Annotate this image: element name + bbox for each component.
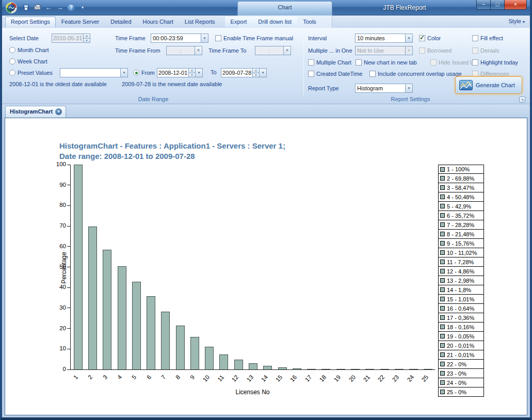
legend-label: 7 - 28,28% — [447, 222, 474, 228]
to-date-spinner[interactable]: ▲ ▼ — [253, 68, 260, 77]
bar-25 — [424, 369, 432, 369]
spin-down-icon[interactable]: ▼ — [84, 39, 90, 43]
spin-up-icon[interactable]: ▲ — [84, 34, 90, 39]
time-frame-combo[interactable]: 00:00-23:59 ▾ — [151, 34, 208, 43]
generate-chart-button[interactable]: Generate Chart — [455, 76, 522, 94]
ribbon-tab-list-reports[interactable]: List Reports — [179, 17, 221, 27]
newest-date-note: 2009-07-28 is the newest date available — [122, 81, 222, 87]
spin-down-icon[interactable]: ▼ — [189, 73, 196, 78]
checkbox-box — [419, 35, 425, 41]
y-tick-label: 10 — [50, 345, 66, 351]
checkbox-created-datetime[interactable]: Created DateTime — [308, 70, 362, 77]
minimize-button[interactable]: − — [476, 0, 491, 10]
legend-swatch-icon — [440, 241, 445, 246]
bar-4 — [118, 266, 126, 369]
spin-up-icon[interactable]: ▲ — [253, 68, 260, 73]
calendar-dropdown-icon[interactable]: ▾ — [260, 68, 267, 77]
dropdown-icon[interactable]: ▾ — [405, 34, 413, 43]
legend-item: 1 - 100% — [438, 165, 484, 174]
ribbon-tab-report-settings[interactable]: Report Settings — [5, 17, 56, 27]
dialog-launcher-icon[interactable]: ↘ — [519, 96, 525, 103]
report-type-combo[interactable]: Histogram ▾ — [355, 84, 413, 93]
legend-item: 23 - 0% — [438, 369, 484, 378]
from-date-value: 2008-12-01 — [157, 68, 189, 77]
ribbon-tab-hours-chart[interactable]: Hours Chart — [137, 17, 179, 27]
clear-icon[interactable]: × — [284, 46, 291, 55]
oldest-date-note: 2008-12-01 is the oldest date available — [9, 81, 107, 87]
style-button[interactable]: Style ▾ — [508, 18, 525, 24]
legend-item: 11 - 7,28% — [438, 257, 484, 267]
from-date-spinner[interactable]: ▲ ▼ — [189, 68, 196, 77]
ribbon-tab-drill-down-list[interactable]: Drill down list — [252, 17, 297, 27]
close-button[interactable]: × — [505, 0, 527, 10]
print-button[interactable] — [32, 3, 42, 12]
time-frame-from-field: : × — [166, 46, 202, 55]
time-frame-to-field: : × — [255, 46, 291, 55]
maximize-button[interactable]: □ — [491, 0, 505, 10]
y-tick-label: 100 — [50, 161, 66, 167]
help-button[interactable]: ? — [66, 3, 76, 12]
ribbon-tab-export[interactable]: Export — [225, 17, 253, 27]
bar-24 — [409, 369, 418, 369]
legend-label: 22 - 0% — [447, 361, 466, 367]
checkbox-box — [472, 35, 478, 41]
checkbox-label: Include concurrent overlap usage — [378, 71, 462, 77]
checkbox-label: Borrowed — [427, 47, 452, 54]
radio-month-chart[interactable]: Month Chart — [9, 46, 49, 54]
radio-from[interactable]: From — [133, 69, 155, 76]
save-button[interactable] — [21, 3, 31, 12]
ribbon-tab-feature-server[interactable]: Feature Server — [56, 17, 105, 27]
minimize-icon: − — [482, 1, 485, 7]
checkbox-highlight-today[interactable]: Highlight today — [472, 59, 518, 66]
app-logo-icon[interactable] — [6, 2, 17, 13]
checkbox-box — [419, 47, 425, 54]
dropdown-icon[interactable]: ▾ — [120, 68, 128, 77]
tab-close-icon[interactable]: × — [55, 108, 62, 115]
bar-22 — [380, 369, 389, 369]
qat-customize-button[interactable]: ▾ — [77, 3, 88, 12]
dropdown-icon: ▾ — [405, 46, 413, 55]
bar-21 — [365, 369, 374, 369]
dropdown-icon[interactable]: ▾ — [405, 84, 413, 93]
ribbon-tab-detailed[interactable]: Detailed — [105, 17, 137, 27]
clear-icon[interactable]: × — [195, 46, 202, 55]
legend-label: 14 - 1,8% — [447, 287, 471, 293]
radio-week-chart[interactable]: Week Chart — [9, 58, 47, 65]
back-icon: ← — [45, 4, 52, 11]
to-date-picker[interactable]: 2009-07-28 ▲ ▼ ▾ — [221, 68, 267, 77]
spin-down-icon[interactable]: ▼ — [253, 73, 260, 78]
app-window: ← → ? ▾ Chart JTB FlexReport − □ × Style… — [0, 0, 532, 420]
preset-values-combo[interactable]: ▾ — [60, 68, 128, 77]
radio-label: Month Chart — [18, 47, 49, 53]
ribbon-tab-tools[interactable]: Tools — [297, 17, 322, 27]
checkbox-new-chart-new-tab[interactable]: New chart in new tab — [356, 59, 417, 66]
checkbox-include-concurrent-overlap[interactable]: Include concurrent overlap usage — [369, 70, 462, 77]
checkbox-label: Hide Issued Lic — [439, 59, 477, 66]
print-icon — [34, 6, 41, 10]
checkbox-enable-time-frame[interactable]: Enable Time Frame manual — [215, 35, 293, 42]
y-tick-label: 40 — [50, 284, 66, 290]
legend-label: 3 - 58,47% — [447, 185, 474, 191]
bar-5 — [132, 282, 141, 369]
interval-combo[interactable]: 10 minutes ▾ — [355, 34, 413, 43]
checkbox-fill-effect[interactable]: Fill effect — [472, 35, 503, 42]
checkbox-color[interactable]: Color — [419, 35, 441, 42]
x-tick-label: 20 — [342, 374, 357, 390]
calendar-dropdown-icon[interactable]: ▾ — [196, 68, 203, 77]
close-icon: × — [514, 1, 517, 7]
contextual-tab-group-chart[interactable]: Chart — [237, 1, 332, 15]
x-axis-label: Licenses No — [70, 389, 435, 396]
dropdown-icon[interactable]: ▾ — [201, 34, 208, 43]
select-date-spinner[interactable]: ▲ ▼ — [84, 34, 90, 43]
checkbox-multiple-chart[interactable]: Multiple Chart — [308, 59, 351, 66]
y-tick — [67, 205, 70, 206]
spin-up-icon[interactable]: ▲ — [189, 68, 196, 73]
back-button[interactable]: ← — [43, 3, 54, 12]
multiple-in-one-combo: Not In Use ▾ — [355, 46, 413, 55]
from-date-picker[interactable]: 2008-12-01 ▲ ▼ ▾ — [157, 68, 203, 77]
tab-histogramchart[interactable]: HistogramChart × — [5, 106, 66, 118]
forward-button[interactable]: → — [55, 3, 65, 12]
radio-preset-values[interactable]: Preset Values — [9, 69, 53, 76]
x-tick-label: 11 — [210, 374, 225, 390]
bar-16 — [293, 368, 301, 370]
